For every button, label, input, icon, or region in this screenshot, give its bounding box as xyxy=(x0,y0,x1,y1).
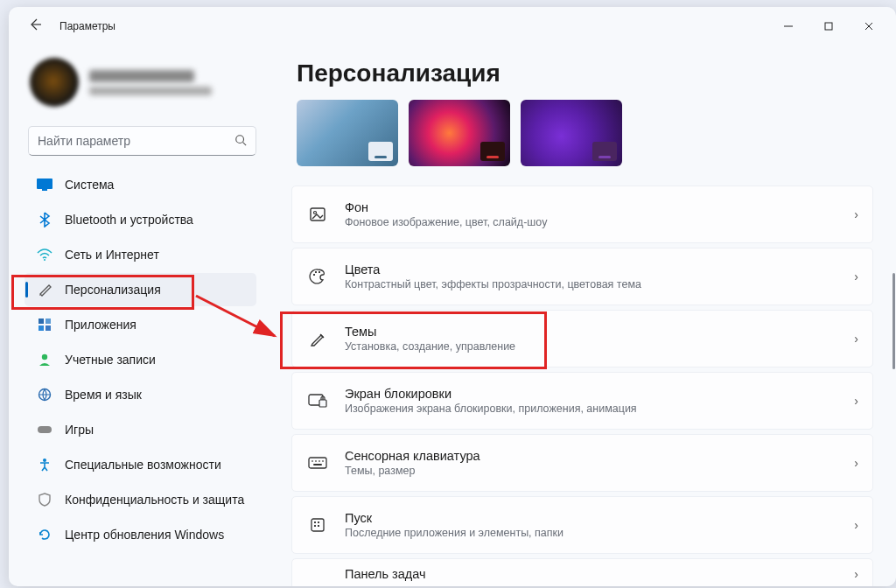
sidebar-item-gaming[interactable]: Игры xyxy=(24,413,256,446)
lockscreen-icon xyxy=(308,391,327,410)
search-icon xyxy=(234,134,247,149)
svg-rect-7 xyxy=(38,326,44,331)
sidebar-item-bluetooth[interactable]: Bluetooth и устройства xyxy=(24,203,256,236)
row-title: Цвета xyxy=(345,262,836,276)
settings-list: ФонФоновое изображение, цвет, слайд-шоу … xyxy=(291,186,889,586)
window-title: Параметры xyxy=(60,20,116,32)
chevron-right-icon: › xyxy=(854,567,858,581)
row-title: Экран блокировки xyxy=(345,387,836,401)
theme-preview-3[interactable] xyxy=(521,100,622,166)
nav-label: Специальные возможности xyxy=(65,458,221,472)
keyboard-icon xyxy=(308,453,327,472)
row-sub: Изображения экрана блокировки, приложени… xyxy=(345,402,836,415)
svg-rect-5 xyxy=(38,318,44,324)
sidebar-item-system[interactable]: Система xyxy=(24,168,256,201)
nav-list: Система Bluetooth и устройства Сеть и Ин… xyxy=(24,168,276,551)
nav-label: Время и язык xyxy=(65,388,142,402)
chevron-right-icon: › xyxy=(854,518,858,532)
row-start[interactable]: ПускПоследние приложения и элементы, пап… xyxy=(291,496,873,554)
svg-rect-6 xyxy=(46,318,51,324)
row-colors[interactable]: ЦветаКонтрастный цвет, эффекты прозрачно… xyxy=(291,248,873,305)
sidebar-item-apps[interactable]: Приложения xyxy=(24,308,256,341)
svg-rect-20 xyxy=(309,458,326,468)
svg-rect-26 xyxy=(312,519,324,531)
svg-rect-3 xyxy=(42,189,47,191)
theme-preview-2[interactable] xyxy=(409,100,510,166)
nav-label: Система xyxy=(65,178,114,192)
sidebar-item-privacy[interactable]: Конфиденциальность и защита xyxy=(24,483,256,516)
svg-rect-0 xyxy=(825,23,832,30)
sidebar-item-network[interactable]: Сеть и Интернет xyxy=(24,238,256,271)
svg-point-12 xyxy=(43,458,46,462)
svg-rect-25 xyxy=(313,464,322,466)
row-title: Фон xyxy=(345,200,836,214)
theme-preview-1[interactable] xyxy=(297,100,398,166)
theme-previews xyxy=(297,100,889,166)
nav-label: Сеть и Интернет xyxy=(65,248,159,262)
palette-icon xyxy=(308,267,327,286)
svg-point-16 xyxy=(315,271,317,273)
svg-rect-19 xyxy=(319,400,326,407)
monitor-icon xyxy=(37,177,52,192)
search-box[interactable] xyxy=(28,126,256,156)
row-taskbar[interactable]: Панель задач › xyxy=(291,558,873,586)
svg-point-27 xyxy=(314,522,316,523)
back-button[interactable] xyxy=(28,18,52,35)
sidebar-item-update[interactable]: Центр обновления Windows xyxy=(24,518,256,551)
svg-point-17 xyxy=(318,271,320,273)
svg-point-1 xyxy=(236,135,244,143)
svg-point-28 xyxy=(318,522,319,523)
svg-point-9 xyxy=(42,354,47,360)
svg-rect-8 xyxy=(46,326,51,331)
scrollbar-thumb[interactable] xyxy=(892,273,895,369)
svg-point-24 xyxy=(322,460,324,462)
row-sub: Фоновое изображение, цвет, слайд-шоу xyxy=(345,216,836,228)
profile-text xyxy=(89,70,212,95)
apps-icon xyxy=(37,317,52,332)
row-sub: Темы, размер xyxy=(345,465,836,477)
scrollbar[interactable] xyxy=(889,273,896,569)
window-controls xyxy=(768,12,889,40)
svg-point-22 xyxy=(315,460,317,462)
picture-icon xyxy=(308,205,327,224)
row-title: Сенсорная клавиатура xyxy=(345,449,836,463)
user-icon xyxy=(37,352,52,368)
svg-rect-11 xyxy=(38,426,52,433)
svg-rect-2 xyxy=(37,178,52,189)
maximize-button[interactable] xyxy=(808,12,849,40)
svg-point-21 xyxy=(312,460,313,462)
sidebar-item-time-language[interactable]: Время и язык xyxy=(24,378,256,411)
page-title: Персонализация xyxy=(297,60,889,88)
gamepad-icon xyxy=(37,422,52,438)
chevron-right-icon: › xyxy=(854,207,858,221)
search-input[interactable] xyxy=(38,134,234,148)
svg-point-23 xyxy=(318,460,320,462)
wifi-icon xyxy=(37,247,52,262)
arrow-left-icon xyxy=(28,18,42,32)
svg-point-29 xyxy=(314,525,316,527)
close-button[interactable] xyxy=(849,12,889,40)
svg-point-14 xyxy=(314,212,317,214)
avatar xyxy=(30,58,79,107)
titlebar: Параметры xyxy=(9,7,896,46)
svg-point-15 xyxy=(313,274,315,276)
row-title: Пуск xyxy=(345,511,836,525)
shield-icon xyxy=(37,492,52,508)
sidebar-item-accessibility[interactable]: Специальные возможности xyxy=(24,448,256,481)
chevron-right-icon: › xyxy=(854,394,858,408)
bluetooth-icon xyxy=(37,212,52,228)
globe-icon xyxy=(37,387,52,402)
row-background[interactable]: ФонФоновое изображение, цвет, слайд-шоу … xyxy=(291,186,873,243)
profile-block[interactable] xyxy=(24,52,276,119)
row-touch-keyboard[interactable]: Сенсорная клавиатураТемы, размер › xyxy=(291,434,873,492)
sidebar-item-accounts[interactable]: Учетные записи xyxy=(24,343,256,376)
chevron-right-icon: › xyxy=(854,270,858,284)
chevron-right-icon: › xyxy=(854,332,858,346)
chevron-right-icon: › xyxy=(854,456,858,470)
row-title: Панель задач xyxy=(345,567,836,581)
row-lockscreen[interactable]: Экран блокировкиИзображения экрана блоки… xyxy=(291,372,873,430)
nav-label: Игры xyxy=(65,423,94,437)
row-sub: Последние приложения и элементы, папки xyxy=(345,527,836,539)
minimize-button[interactable] xyxy=(768,12,808,40)
nav-label: Центр обновления Windows xyxy=(65,528,224,542)
